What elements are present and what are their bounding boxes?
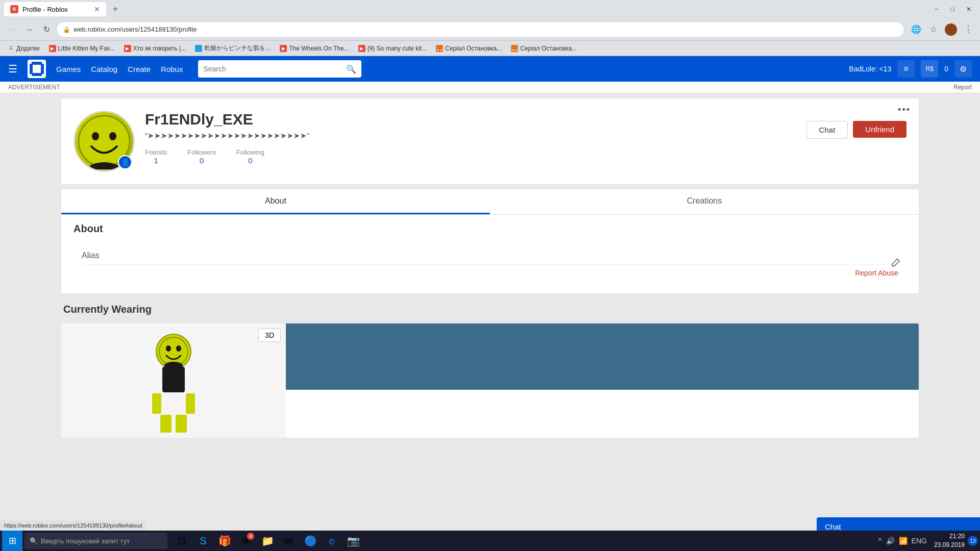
taskbar-gift-btn[interactable]: 🎁 xyxy=(214,531,235,551)
settings-btn[interactable]: ⚙ xyxy=(954,60,972,78)
refresh-btn[interactable]: ↻ xyxy=(39,22,54,37)
about-divider xyxy=(82,264,898,265)
taskbar-store-btn[interactable]: 🛍 xyxy=(279,531,299,551)
bookmark-label: Додатки xyxy=(16,45,40,52)
report-abuse-btn[interactable]: Report Abuse xyxy=(82,269,898,277)
chat-btn[interactable]: Chat xyxy=(806,121,848,139)
about-section: About Alias Report Abuse xyxy=(61,215,919,293)
address-bar[interactable]: 🔒 web.roblox.com/users/1254189130/profil… xyxy=(56,21,904,38)
tab-about[interactable]: About xyxy=(61,189,490,214)
taskbar-skype-btn[interactable]: S xyxy=(193,531,213,551)
hamburger-menu-btn[interactable]: ☰ xyxy=(8,63,17,75)
avatar-container: 👤 xyxy=(74,111,135,172)
taskbar-edge-btn[interactable]: e xyxy=(322,531,342,551)
taskbar-chrome-btn[interactable]: 🔵 xyxy=(300,531,321,551)
wearing-avatar-body xyxy=(162,367,185,392)
friends-count[interactable]: 1 xyxy=(145,156,167,165)
taskbar-search-box[interactable]: 🔍 Введіть пошуковий запит тут xyxy=(24,533,167,549)
taskbar-mail-btn[interactable]: ✉ 4 xyxy=(236,531,256,551)
back-btn[interactable]: ← xyxy=(4,22,19,37)
browser-menu-btn[interactable]: ⋮ xyxy=(961,22,976,37)
bookmark-star-btn[interactable]: ☆ xyxy=(926,22,941,37)
header-username: BadLole: <13 xyxy=(849,65,891,73)
edit-btn[interactable] xyxy=(890,258,900,270)
search-icon: 🔍 xyxy=(30,537,38,545)
svg-rect-2 xyxy=(33,65,41,73)
header-right: BadLole: <13 ≡ R$ 0 ⚙ xyxy=(849,60,972,78)
clock-time: 21:20 xyxy=(934,532,965,541)
robux-btn[interactable]: R$ xyxy=(921,60,938,78)
forward-btn[interactable]: → xyxy=(21,22,37,37)
taskbar-camera-btn[interactable]: 📷 xyxy=(343,531,363,551)
fox-icon: 🦊 xyxy=(436,45,443,52)
volume-icon[interactable]: 🔊 xyxy=(886,537,895,545)
maximize-btn[interactable]: □ xyxy=(945,2,960,16)
mail-badge: 4 xyxy=(247,533,254,540)
wearing-avatar-arms xyxy=(152,393,195,414)
about-section-title: About xyxy=(71,223,909,235)
close-btn[interactable]: ✕ xyxy=(962,2,976,16)
taskview-icon: ⊡ xyxy=(178,535,186,547)
unfriend-btn[interactable]: Unfriend xyxy=(853,121,906,138)
bookmark-7[interactable]: 🦊 Серіал Остановка... xyxy=(508,44,580,53)
user-avatar-btn[interactable] xyxy=(943,22,959,37)
tab-favicon: R xyxy=(10,5,18,13)
bookmark-4[interactable]: ▶ The Wheels On The... xyxy=(277,44,352,53)
nav-create[interactable]: Create xyxy=(128,65,151,73)
nav-catalog[interactable]: Catalog xyxy=(91,65,117,73)
edge-icon: e xyxy=(329,535,334,547)
following-count[interactable]: 0 xyxy=(236,156,264,165)
wearing-items-panel xyxy=(286,323,919,390)
network-icon[interactable]: 📶 xyxy=(899,537,908,545)
following-label: Following xyxy=(236,148,264,156)
nav-robux[interactable]: Robux xyxy=(161,65,183,73)
start-btn[interactable]: ⊞ xyxy=(2,531,22,551)
language-indicator[interactable]: ENG xyxy=(912,537,927,545)
svg-point-9 xyxy=(176,345,181,352)
status-url: https://web.roblox.com/users/1254189130/… xyxy=(4,522,142,529)
bookmark-5[interactable]: ▶ (9) So many cute kit... xyxy=(355,44,430,53)
bookmark-2[interactable]: ▶ Хто як говорить |... xyxy=(121,44,189,53)
chat-list-btn[interactable]: ≡ xyxy=(897,60,915,78)
search-box: 🔍 xyxy=(198,60,361,78)
tab-close-btn[interactable]: ✕ xyxy=(94,5,100,13)
windows-logo-icon: ⊞ xyxy=(9,535,16,546)
search-submit-btn[interactable]: 🔍 xyxy=(346,64,356,74)
report-link[interactable]: Report xyxy=(953,84,972,91)
bookmark-label: Серіал Остановка... xyxy=(520,45,577,52)
new-tab-btn[interactable]: + xyxy=(108,2,122,16)
bookmark-apps[interactable]: ⠿ Додатки xyxy=(4,44,43,53)
apps-icon: ⠿ xyxy=(7,45,14,52)
bookmark-3[interactable]: 🌐 乾燥からピンチな肌を... xyxy=(192,43,274,54)
header-nav: Games Catalog Create Robux xyxy=(56,65,183,73)
folder-icon: 📁 xyxy=(261,535,274,547)
followers-stat: Followers 0 xyxy=(187,148,216,165)
followers-count[interactable]: 0 xyxy=(187,156,216,165)
bookmark-6[interactable]: 🦊 Серіал Остановка... xyxy=(433,44,505,53)
taskbar-taskview-btn[interactable]: ⊡ xyxy=(172,531,192,551)
tab-creations[interactable]: Creations xyxy=(490,189,919,214)
profile-status: "➤➤➤➤➤➤➤➤➤➤➤➤➤➤➤➤➤➤➤➤➤➤➤➤" xyxy=(145,131,796,140)
bookmarks-bar: ⠿ Додатки ▶ Little Kitten My Fav... ▶ Хт… xyxy=(0,41,980,56)
roblox-logo[interactable] xyxy=(28,60,46,78)
nav-games[interactable]: Games xyxy=(56,65,81,73)
chat-bubble-label: Chat xyxy=(825,522,841,531)
chrome-icon: 🔵 xyxy=(304,535,317,547)
chevron-icon[interactable]: ^ xyxy=(878,537,882,545)
bookmark-label: Хто як говорить |... xyxy=(133,45,186,52)
translate-btn[interactable]: 🌐 xyxy=(909,22,924,37)
search-input[interactable] xyxy=(203,65,342,73)
btn-3d[interactable]: 3D xyxy=(258,329,281,342)
bookmark-1[interactable]: ▶ Little Kitten My Fav... xyxy=(46,44,118,53)
wearing-preview: 3D xyxy=(61,323,286,438)
browser-tab[interactable]: R Profile - Roblox ✕ xyxy=(4,2,106,16)
svg-point-5 xyxy=(109,132,116,140)
friend-badge: 👤 xyxy=(118,155,132,169)
time-block: 21:20 23.09.2019 xyxy=(934,532,965,549)
wearing-card: 3D xyxy=(61,323,919,438)
tabs-nav: About Creations xyxy=(61,189,919,215)
minimize-btn[interactable]: − xyxy=(929,2,943,16)
taskbar-files-btn[interactable]: 📁 xyxy=(257,531,278,551)
notification-badge[interactable]: 13 xyxy=(968,536,978,546)
profile-more-btn[interactable]: ••• xyxy=(898,105,911,115)
